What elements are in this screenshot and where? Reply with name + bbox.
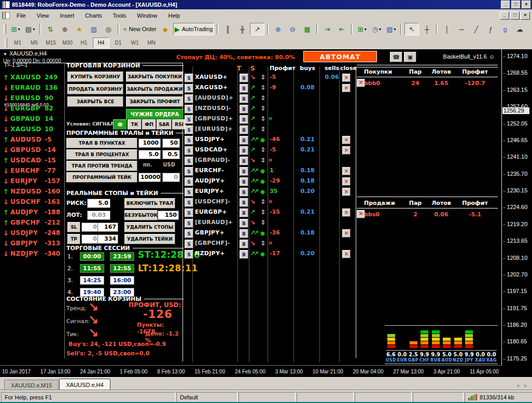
buy-symbol-button[interactable]: B [240, 74, 248, 82]
toolbar-button[interactable]: ▧ ▾ [384, 23, 398, 35]
toolbar-button[interactable]: ⇅ ▾ [44, 23, 57, 35]
sell-symbol-button[interactable]: S [185, 198, 193, 207]
sell-symbol-button[interactable]: S [185, 229, 193, 238]
sell-symbol-button[interactable]: S [185, 115, 193, 124]
chart-tab[interactable]: XAUUSD.e,H4 [59, 379, 110, 390]
toolbar-button[interactable]: ▾ [316, 24, 318, 34]
sl-button[interactable]: SL [67, 222, 80, 232]
close-symbol-button[interactable]: × [342, 136, 351, 144]
chart-tab[interactable]: XAUUSD.e,M15 [4, 380, 59, 390]
sell-symbol-button[interactable]: S [185, 136, 193, 145]
trail-points-step[interactable]: 50 [162, 138, 180, 148]
tp-button[interactable]: TP [67, 234, 80, 244]
toolbar-button[interactable]: ▾ [400, 24, 402, 34]
toolbar-button[interactable]: ◎ ▾ [102, 23, 115, 35]
tab-scroll-arrows[interactable]: ◂ ▸ [516, 383, 529, 388]
toolbar-button[interactable]: ★ ▾ [73, 23, 86, 35]
toolbar-button[interactable]: │ ▾ [440, 23, 454, 35]
sell-symbol-button[interactable]: S [185, 219, 193, 228]
pair-row[interactable]: USDCAD -15 [3, 155, 64, 165]
timeframe-button[interactable]: W1 [127, 38, 143, 48]
menu-item[interactable]: Charts [80, 11, 106, 20]
pair-row[interactable]: GBPJPY -313 [3, 238, 64, 248]
pair-row[interactable]: EURJPY -157 [3, 176, 64, 186]
close-symbol-button[interactable]: × [342, 229, 351, 238]
toolbar-button[interactable]: ╫ ▾ [235, 23, 249, 35]
toolbar-button[interactable]: ↗ ▾ [250, 23, 264, 35]
toolbar-button[interactable]: ⊖ ▾ [286, 23, 299, 35]
close-symbol-button[interactable]: × [342, 188, 351, 196]
close-symbol-button[interactable]: × [342, 146, 351, 155]
pair-row[interactable]: GBPCHF -212 [3, 217, 64, 228]
toolbar-button[interactable]: ▾ [267, 24, 269, 34]
condition-sar-button[interactable]: SAR [157, 119, 172, 130]
pair-row[interactable]: NZDJPY -340 [3, 248, 64, 259]
close-profit-button[interactable]: ЗАКРЫТЬ ПРОФИТ [126, 96, 184, 107]
toolbar-button[interactable]: ▦ ▾ [300, 23, 314, 35]
buy-symbol-button[interactable]: B [240, 198, 248, 207]
child-minimize-button[interactable]: _ [500, 11, 509, 20]
chart-area[interactable]: Стопаут ДЦ: 40%, советника: 80.0% АВТОМА… [0, 49, 532, 377]
toolbar-button[interactable]: ⇥ ▾ [320, 23, 334, 35]
toolbar-button[interactable]: ▾ [351, 24, 353, 34]
child-close-button[interactable]: × [521, 11, 530, 20]
toolbar-button[interactable]: ϙ ▾ [498, 23, 512, 35]
sell-symbol-button[interactable]: S [185, 240, 193, 248]
buy-symbol-button[interactable]: B [240, 250, 248, 259]
delete-stops-button[interactable]: УДАЛИТЬ СТОПЫ [124, 222, 175, 232]
menu-item[interactable]: File [12, 11, 31, 20]
sl-value-2[interactable]: 167 [97, 223, 118, 232]
close-all-button[interactable]: ЗАКРЫТЬ ВСЕ [67, 96, 123, 107]
session-to-field[interactable]: 12:55 [110, 264, 134, 273]
condition-f-button[interactable]: Ф [113, 119, 127, 130]
sell-symbol-button[interactable]: S [185, 250, 193, 259]
breakeven-button[interactable]: БЕЗУБЫТОК [124, 210, 158, 220]
menu-item[interactable]: View [32, 11, 54, 20]
sell-symbol-button[interactable]: S [185, 146, 193, 155]
toolbar-button[interactable]: ▥ ▾ [87, 23, 101, 35]
buy-symbol-button[interactable]: B [240, 240, 248, 248]
sell-basket-button[interactable]: ПРОДАТЬ КОРЗИНУ [67, 84, 123, 94]
toolbar-button[interactable]: ▾ [436, 24, 438, 34]
toolbar-button[interactable]: ◷ ▾ [370, 23, 383, 35]
toolbar-button[interactable]: ⊞ ▾ [9, 23, 22, 35]
toolbar-button[interactable]: ╱ ▾ [469, 23, 483, 35]
sell-symbol-button[interactable]: S [185, 188, 193, 197]
session-from-field[interactable]: 14:25 [80, 276, 104, 285]
session-from-field[interactable]: 11:55 [80, 264, 104, 273]
minimize-button[interactable]: _ [501, 1, 510, 9]
toolbar-button[interactable]: + New Order ▾ [122, 23, 158, 35]
close-symbol-button[interactable]: × [342, 177, 351, 186]
breakeven-value[interactable]: 150 [158, 211, 179, 220]
tp-value-1[interactable]: 0 [81, 234, 99, 244]
buy-symbol-button[interactable]: B [240, 115, 248, 124]
toolbar-button[interactable]: ƒ ▾ [484, 23, 497, 35]
toolbar-button[interactable]: ▾ [118, 24, 119, 34]
buy-symbol-button[interactable]: B [240, 105, 248, 114]
timeframe-button[interactable]: M30 [60, 38, 75, 48]
toolbar-button[interactable]: ─ ▾ [455, 23, 468, 35]
sell-symbol-button[interactable]: S [185, 105, 193, 114]
pair-row[interactable]: AUDJPY -188 [3, 207, 64, 217]
buy-symbol-button[interactable]: B [240, 209, 248, 217]
timeframe-button[interactable]: M5 [26, 38, 42, 48]
sell-symbol-button[interactable]: S [185, 126, 193, 134]
buy-symbol-button[interactable]: B [240, 126, 248, 134]
menu-item[interactable]: Insert [55, 11, 79, 20]
sell-symbol-button[interactable]: S [185, 209, 193, 217]
timeframe-button[interactable]: H1 [76, 38, 92, 48]
pair-row[interactable]: NZDUSD -160 [3, 186, 64, 197]
time-axis[interactable]: 10 Jan 2017 17 Jan 13:00 24 Jan 21:00 1 … [0, 365, 502, 377]
timeframe-button[interactable]: D1 [110, 38, 126, 48]
buy-symbol-button[interactable]: B [240, 84, 248, 93]
session-from-field[interactable]: 00:00 [80, 252, 104, 261]
toolbar-button[interactable]: ⊕ ▾ [58, 23, 72, 35]
sell-symbol-button[interactable]: S [185, 177, 193, 186]
buy-symbol-button[interactable]: B [240, 136, 248, 145]
trail-percent-value[interactable]: 5.0 [138, 150, 161, 159]
pair-row[interactable]: USDCHF -161 [3, 197, 64, 207]
pair-row[interactable]: XAUUSD 249 [3, 72, 64, 82]
menu-item[interactable]: Window [132, 11, 162, 20]
program-take-value[interactable]: 10000 [138, 173, 161, 182]
buy-symbol-button[interactable]: B [240, 177, 248, 186]
